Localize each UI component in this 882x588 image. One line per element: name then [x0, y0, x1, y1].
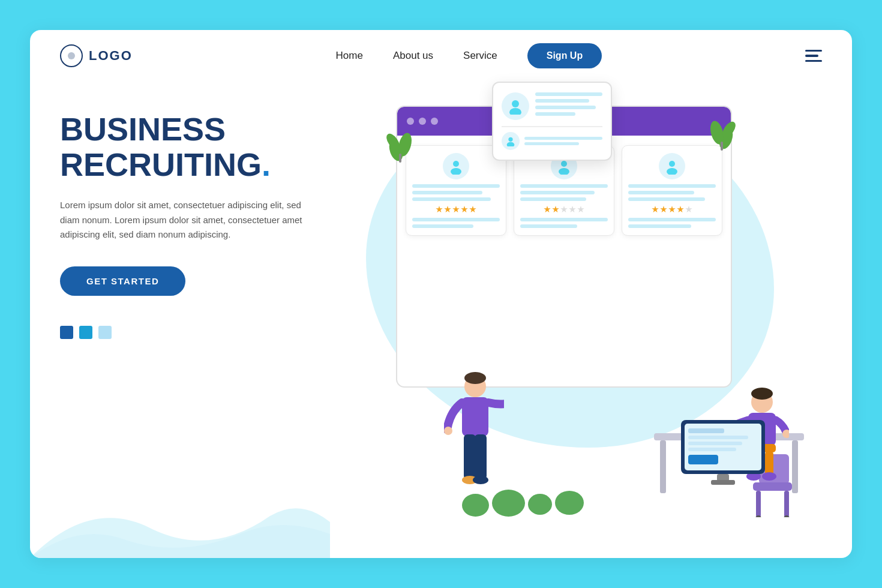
dots-row	[60, 326, 348, 339]
svg-point-13	[451, 168, 461, 175]
dot-2	[79, 326, 92, 339]
board-dot-3	[431, 118, 438, 125]
hamburger-line-1	[805, 50, 822, 52]
hamburger-line-2	[805, 55, 818, 57]
resume-divider	[502, 126, 602, 127]
hamburger-line-3	[805, 60, 822, 62]
svg-point-22	[444, 427, 452, 435]
hero-title-line2: RECRUITING	[60, 146, 262, 182]
svg-rect-7	[721, 142, 723, 151]
svg-rect-55	[711, 480, 735, 485]
svg-rect-41	[765, 451, 773, 475]
profile-lines-3	[628, 184, 716, 201]
bushes	[462, 494, 584, 517]
svg-rect-46	[792, 440, 798, 493]
svg-point-8	[512, 100, 519, 107]
svg-point-34	[751, 388, 773, 400]
svg-rect-24	[475, 434, 487, 479]
resume-line-1	[535, 92, 602, 96]
hero-description: Lorem ipsum dolor sit amet, consectetuer…	[60, 198, 312, 242]
svg-rect-3	[399, 154, 401, 163]
dot-1	[60, 326, 73, 339]
profile-lines-1b	[412, 218, 500, 228]
resume-bottom	[502, 132, 602, 150]
nav-home[interactable]: Home	[336, 50, 363, 62]
svg-rect-50	[688, 436, 748, 439]
profile-avatar-1	[443, 153, 469, 179]
logo-text: LOGO	[89, 48, 133, 64]
profile-card-1	[406, 145, 506, 236]
resume-top	[502, 92, 602, 120]
logo-area: LOGO	[60, 44, 133, 67]
bush-1	[462, 494, 489, 517]
profile-lines-3b	[628, 218, 716, 228]
svg-rect-23	[464, 434, 476, 479]
resume-line-2	[535, 99, 589, 103]
board-dot-2	[419, 118, 426, 125]
svg-point-19	[464, 372, 486, 384]
svg-point-26	[473, 476, 488, 484]
bush-2	[492, 490, 525, 517]
get-started-button[interactable]: GET STARTED	[60, 266, 185, 296]
resume-card	[492, 82, 612, 161]
resume-line-sm-2	[524, 142, 579, 145]
bush-4	[555, 491, 584, 515]
stars-1	[436, 206, 476, 213]
resume-avatar-secondary	[502, 132, 520, 150]
main-card: LOGO Home About us Service Sign Up BUSIN…	[30, 30, 852, 558]
svg-rect-53	[688, 455, 718, 464]
plant-right-icon	[705, 112, 738, 153]
resume-info-lines	[535, 92, 602, 120]
svg-point-15	[559, 168, 569, 175]
monitor	[681, 420, 765, 488]
svg-rect-52	[688, 448, 736, 451]
resume-lines-secondary	[524, 137, 602, 145]
resume-avatar-main	[502, 92, 529, 120]
svg-point-17	[667, 168, 677, 175]
resume-line-sm-1	[524, 137, 602, 140]
profile-card-3	[622, 145, 722, 236]
svg-point-10	[508, 137, 512, 141]
nav-links: Home About us Service Sign Up	[336, 43, 602, 68]
hero-title: BUSINESS RECRUITING.	[60, 112, 348, 183]
signup-button[interactable]: Sign Up	[527, 43, 602, 68]
wave-decoration	[30, 438, 330, 558]
profile-lines-2b	[520, 218, 608, 228]
stars-2	[544, 206, 584, 213]
right-section	[348, 88, 822, 556]
navbar: LOGO Home About us Service Sign Up	[30, 30, 852, 82]
stars-3	[652, 206, 692, 213]
profile-lines-2	[520, 184, 608, 201]
left-section: BUSINESS RECRUITING. Lorem ipsum dolor s…	[60, 88, 348, 339]
svg-point-14	[561, 161, 567, 167]
hero-dot: .	[262, 146, 271, 182]
svg-rect-45	[660, 440, 666, 493]
nav-service[interactable]: Service	[463, 50, 497, 62]
person-standing	[444, 370, 516, 508]
dot-3	[98, 326, 112, 339]
svg-point-9	[509, 108, 521, 115]
svg-rect-51	[688, 442, 742, 445]
resume-line-3	[535, 106, 596, 109]
svg-point-12	[453, 161, 459, 167]
profile-lines-1	[412, 184, 500, 201]
hamburger-menu[interactable]	[805, 50, 822, 62]
logo-icon	[60, 44, 83, 67]
nav-about[interactable]: About us	[393, 50, 433, 62]
svg-point-16	[669, 161, 675, 167]
svg-rect-49	[688, 428, 724, 433]
profile-avatar-3	[659, 153, 685, 179]
svg-point-11	[507, 142, 515, 146]
resume-line-4	[535, 112, 575, 116]
plant-left-icon	[384, 124, 417, 165]
bush-3	[528, 494, 552, 515]
hero-title-line1: BUSINESS	[60, 111, 226, 147]
